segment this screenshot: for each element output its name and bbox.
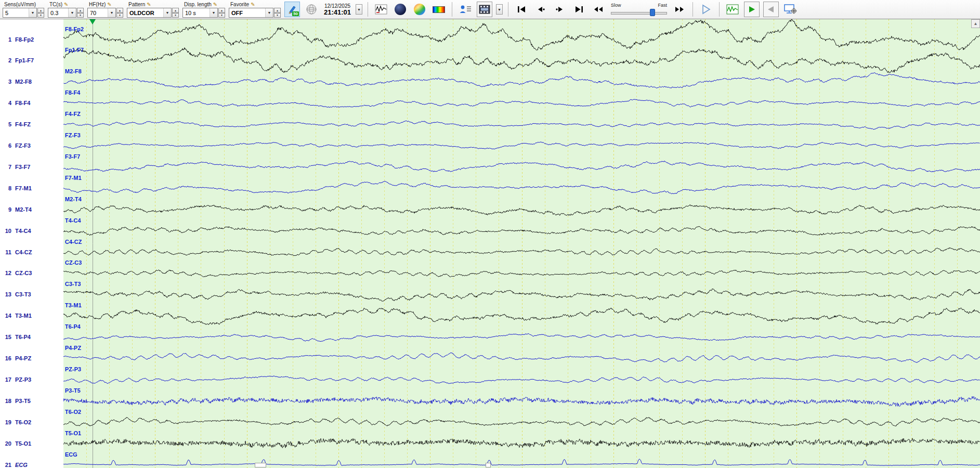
- trace-area[interactable]: ▲ F8-Fp2Fp1-F7M2-F8F8-F4F4-FZFZ-F3F3-F7F…: [63, 19, 980, 468]
- trace-label-f3-f7: F3-F7: [65, 153, 80, 160]
- step-forward-icon: [555, 5, 565, 14]
- spin-up-button[interactable]: ▲: [172, 8, 179, 13]
- waveform-view-button[interactable]: [373, 2, 389, 17]
- step-back-button[interactable]: [533, 2, 548, 17]
- auto-play-button[interactable]: [744, 2, 760, 17]
- chevron-down-icon: ▼: [108, 8, 115, 17]
- channel-row-c4-cz[interactable]: 11C4-CZ: [0, 248, 63, 256]
- speed-slider-track[interactable]: [611, 9, 667, 16]
- channel-row-c3-t3[interactable]: 13C3-T3: [0, 290, 63, 298]
- annotation-pen-button[interactable]: 50: [284, 2, 300, 17]
- channel-row-f8-fp2[interactable]: 1F8-Fp2: [0, 35, 63, 44]
- display-settings-button[interactable]: [782, 2, 799, 17]
- dropdown[interactable]: 70▼: [87, 8, 116, 18]
- channel-row-p3-t5[interactable]: 18P3-T5: [0, 397, 63, 405]
- toolbar: Sens(uV/mm)5▼▲▼TC(s)✎0.3▼▲▼HF(Hz)✎70▼▲▼P…: [0, 0, 980, 19]
- datetime-dropdown-button[interactable]: ▼: [356, 4, 362, 15]
- chevron-down-icon: ▼: [210, 8, 217, 17]
- channel-row-m2-t4[interactable]: 9M2-T4: [0, 205, 63, 214]
- fast-label: Fast: [658, 3, 668, 9]
- dropdown[interactable]: 0.3▼: [48, 8, 76, 18]
- channel-name: F8-Fp2: [15, 36, 34, 43]
- spin-down-button[interactable]: ▼: [218, 13, 225, 18]
- channel-row-f7-m1[interactable]: 8F7-M1: [0, 184, 63, 192]
- channel-row-m2-f8[interactable]: 3M2-F8: [0, 77, 63, 86]
- dropdown[interactable]: OFF▼: [229, 8, 273, 18]
- channel-number: 6: [0, 142, 11, 149]
- eeg-traces-canvas[interactable]: [63, 19, 980, 468]
- fast-forward-icon: [674, 5, 685, 14]
- chevron-down-icon: ▼: [29, 8, 36, 17]
- scroll-up-button[interactable]: ▲: [971, 19, 980, 28]
- channel-row-f4-fz[interactable]: 5F4-FZ: [0, 120, 63, 128]
- ctrl-label: HF(Hz)✎: [87, 1, 123, 8]
- edit-pencil-icon[interactable]: ✎: [107, 2, 111, 7]
- bottom-event-marker[interactable]: [255, 463, 266, 467]
- spin-up-button[interactable]: ▲: [37, 8, 44, 13]
- edit-pencil-icon[interactable]: ✎: [147, 2, 151, 7]
- cursor-flag-icon[interactable]: [89, 19, 96, 24]
- page-back-button[interactable]: [763, 2, 779, 17]
- trace-label-c3-t3: C3-T3: [65, 281, 81, 287]
- channel-number: 3: [0, 79, 11, 85]
- slow-label: Slow: [611, 3, 621, 9]
- gray-left-arrow-icon: [767, 5, 775, 14]
- video-dropdown-button[interactable]: ▼: [496, 4, 503, 15]
- head-map-color-button[interactable]: [412, 2, 427, 17]
- dropdown[interactable]: 10 s▼: [182, 8, 218, 18]
- speed-slider[interactable]: Slow Fast: [611, 3, 667, 16]
- bottom-event-marker[interactable]: [486, 463, 491, 467]
- edit-pencil-icon[interactable]: ✎: [251, 2, 255, 7]
- edit-pencil-icon[interactable]: ✎: [64, 2, 68, 7]
- ctrl-label: Sens(uV/mm): [3, 1, 44, 8]
- channel-row-fz-f3[interactable]: 6FZ-F3: [0, 141, 63, 150]
- skip-start-button[interactable]: [514, 2, 529, 17]
- montage-map-button[interactable]: [304, 2, 319, 17]
- colormap-button[interactable]: [431, 2, 447, 17]
- spin-up-button[interactable]: ▲: [77, 8, 84, 13]
- channel-row-t6-o2[interactable]: 19T6-O2: [0, 418, 63, 426]
- channel-row-t5-o1[interactable]: 20T5-O1: [0, 439, 63, 448]
- skip-end-icon: [574, 5, 584, 14]
- channel-row-t4-c4[interactable]: 10T4-C4: [0, 227, 63, 235]
- spin-down-button[interactable]: ▼: [172, 13, 179, 18]
- spin-down-button[interactable]: ▼: [116, 13, 123, 18]
- channel-row-t3-m1[interactable]: 14T3-M1: [0, 311, 63, 320]
- time-label: 21:41:01: [324, 9, 351, 16]
- head-map-dark-button[interactable]: [393, 2, 408, 17]
- colormap-icon: [433, 6, 445, 13]
- trend-view-button[interactable]: [725, 2, 740, 17]
- channel-row-cz-c3[interactable]: 12CZ-C3: [0, 269, 63, 277]
- dropdown[interactable]: OLDCOR▼: [127, 8, 172, 18]
- dropdown[interactable]: 5▼: [3, 8, 37, 18]
- skip-end-button[interactable]: [571, 2, 587, 17]
- video-review-button[interactable]: [477, 2, 492, 17]
- spin-down-button[interactable]: ▼: [37, 13, 44, 18]
- spin-up-button[interactable]: ▲: [116, 8, 123, 13]
- film-icon: [479, 4, 490, 15]
- fast-forward-button[interactable]: [672, 2, 687, 17]
- spin-down-button[interactable]: ▼: [77, 13, 84, 18]
- channel-row-p4-pz[interactable]: 16P4-PZ: [0, 354, 63, 362]
- channel-row-fp1-f7[interactable]: 2Fp1-F7: [0, 56, 63, 64]
- channel-name: C4-CZ: [15, 249, 32, 255]
- spin-up-button[interactable]: ▲: [274, 8, 281, 13]
- channel-row-t6-p4[interactable]: 15T6-P4: [0, 333, 63, 341]
- fast-backward-button[interactable]: [591, 2, 606, 17]
- channel-row-f3-f7[interactable]: 7F3-F7: [0, 163, 63, 171]
- trace-label-fz-f3: FZ-F3: [65, 132, 81, 138]
- step-forward-button[interactable]: [552, 2, 568, 17]
- separator: [368, 2, 368, 17]
- patient-info-button[interactable]: [458, 2, 473, 17]
- spinner: ▲▼: [37, 8, 44, 18]
- play-button[interactable]: [698, 2, 714, 17]
- channel-row-f8-f4[interactable]: 4F8-F4: [0, 99, 63, 107]
- edit-pencil-icon[interactable]: ✎: [213, 2, 217, 7]
- channel-row-pz-p3[interactable]: 17PZ-P3: [0, 375, 63, 384]
- spin-up-button[interactable]: ▲: [218, 8, 225, 13]
- channel-row-ecg[interactable]: 21ECG: [0, 461, 63, 468]
- channel-name: T3-M1: [15, 313, 32, 319]
- speed-slider-thumb[interactable]: [650, 9, 655, 16]
- rainbow-sphere-icon: [414, 4, 425, 15]
- spin-down-button[interactable]: ▼: [274, 13, 281, 18]
